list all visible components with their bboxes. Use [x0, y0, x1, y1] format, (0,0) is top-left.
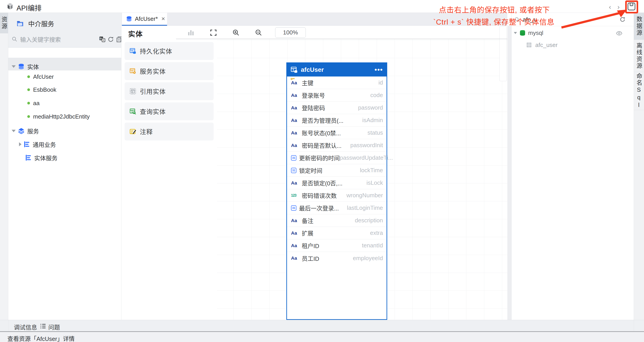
entity-status-dot: [27, 88, 30, 91]
service-flow-icon: [23, 141, 30, 148]
field-row[interactable]: 31 锁定时间 lockTime: [287, 164, 386, 177]
canvas-vertical-scrollbar[interactable]: [500, 26, 507, 81]
tree-item-entity-service[interactable]: 实体服务: [8, 153, 121, 162]
entity-node-afcuser[interactable]: afcUser ••• Aa 主键 id Aa 登录账号 code: [286, 62, 387, 320]
svg-text:文: 文: [102, 39, 105, 42]
text-type-icon: Aa: [291, 180, 299, 186]
rail-tab-named-sql[interactable]: 命名Sql: [634, 72, 644, 110]
palette-item-persistent-entity[interactable]: 持久化实体: [124, 42, 214, 60]
zoom-out-icon[interactable]: [255, 29, 262, 36]
field-row[interactable]: Aa 扩展 extra: [287, 227, 386, 239]
tree-item-mediahttp2jdbcentity[interactable]: mediaHttp2JdbcEntity: [8, 112, 121, 122]
fullscreen-icon[interactable]: [210, 29, 217, 36]
field-row[interactable]: 31 最后一次登录... lastLoginTime: [287, 202, 386, 214]
folder-icon: [16, 20, 24, 28]
text-type-icon: Aa: [291, 230, 299, 236]
tree-item-esbbook[interactable]: EsbBook: [8, 85, 121, 94]
tab-label: AfcUser*: [135, 16, 158, 22]
sidebar-header: 中介服务 输入关键字搜索 En 文: [8, 13, 121, 48]
expand-arrow-icon[interactable]: [514, 32, 517, 34]
app-window: API编排 ‹ › 资源 中介服务: [0, 0, 644, 342]
entity-tab-icon: [126, 16, 132, 22]
date-type-icon: 31: [291, 168, 296, 173]
field-row[interactable]: Aa 员工ID employeeId: [287, 252, 386, 264]
datasource-connection-mysql[interactable]: mysql: [513, 28, 543, 38]
entity-status-dot: [27, 115, 30, 118]
rail-tab-resources[interactable]: 资源: [0, 13, 8, 33]
chart-icon[interactable]: [187, 29, 194, 36]
field-row[interactable]: 31 更新密码的时间 passwordUpdateTi...: [287, 152, 386, 164]
date-type-icon: 31: [291, 155, 296, 160]
table-search-icon: [130, 108, 136, 115]
layers-icon: [18, 128, 24, 134]
palette-item-reference-entity[interactable]: 引用实体: [124, 82, 214, 100]
tab-afcuser[interactable]: AfcUser* ×: [122, 13, 167, 26]
annotation-arrow: [555, 6, 628, 30]
tree-item-aa[interactable]: aa: [8, 98, 121, 108]
expand-arrow-icon[interactable]: [12, 65, 16, 68]
entity-status-dot: [27, 76, 30, 78]
field-row[interactable]: Aa 租户ID tenantId: [287, 239, 386, 252]
translate-icon[interactable]: En 文: [99, 36, 106, 43]
debug-info-tab[interactable]: 调试信息: [14, 323, 37, 331]
rail-divider: [8, 320, 8, 332]
collapsed-arrow-icon[interactable]: [19, 142, 22, 146]
table-dashed-icon: [130, 88, 136, 94]
palette-item-service-entity[interactable]: 服务实体: [124, 62, 214, 80]
text-type-icon: Aa: [291, 105, 299, 110]
field-row[interactable]: Aa 登录账号 code: [287, 89, 386, 102]
app-logo-icon: [6, 2, 14, 11]
mysql-database-icon: [519, 30, 526, 36]
field-row[interactable]: Aa 主键 id: [287, 76, 386, 89]
field-row[interactable]: Aa 密码是否默认... passwordInit: [287, 139, 386, 152]
field-row[interactable]: Aa 是否为管理员(... isAdmin: [287, 114, 386, 126]
entity-table-icon: [290, 66, 298, 73]
field-row[interactable]: Aa 账号状态(0禁... status: [287, 126, 386, 139]
entity-palette: 持久化实体 服务实体 引用实体: [122, 39, 217, 320]
datasource-panel: afc_u mysql afc_user: [511, 13, 634, 320]
table-grid-icon: [526, 42, 532, 48]
panel-resizer[interactable]: [507, 26, 511, 320]
tree-group-entities[interactable]: 实体: [8, 62, 121, 71]
number-type-icon: 123: [291, 194, 299, 198]
palette-item-query-entity[interactable]: 查询实体: [124, 102, 214, 120]
field-row[interactable]: 123 密码错误次数 wrongNumber: [287, 189, 386, 202]
field-row[interactable]: Aa 备注 description: [287, 214, 386, 227]
field-row[interactable]: Aa 登陆密码 password: [287, 102, 386, 114]
tree-group-services[interactable]: 服务: [8, 126, 121, 136]
tree-item-afcuser[interactable]: AfcUser: [8, 72, 121, 82]
tree-item-general-business[interactable]: 通用业务: [8, 139, 121, 149]
palette-item-comment[interactable]: 注释: [124, 122, 214, 140]
status-text: 查看资源「AfcUser」详情: [8, 334, 74, 342]
text-type-icon: Aa: [291, 243, 299, 248]
problems-list-icon: [40, 323, 46, 329]
sidebar-title: 中介服务: [28, 19, 54, 28]
tab-close-icon[interactable]: ×: [162, 15, 165, 22]
rail-tab-datasource[interactable]: 数据源: [634, 13, 644, 40]
text-type-icon: Aa: [291, 218, 299, 223]
zoom-in-icon[interactable]: [232, 29, 240, 36]
expand-arrow-icon[interactable]: [12, 130, 16, 132]
refresh-icon[interactable]: [107, 36, 114, 43]
field-row[interactable]: Aa 是否锁定(0否,... isLock: [287, 177, 386, 189]
eye-icon[interactable]: [616, 30, 622, 36]
rail-tab-offline-resources[interactable]: 离线资源: [634, 40, 644, 72]
zoom-level-input[interactable]: 100%: [275, 27, 306, 38]
entity-node-header[interactable]: afcUser •••: [287, 63, 386, 76]
search-placeholder: 输入关键字搜索: [20, 35, 61, 44]
problems-tab[interactable]: 问题: [48, 323, 60, 331]
table-gear-icon: [130, 68, 136, 74]
entity-field-list: Aa 主键 id Aa 登录账号 code Aa 登陆密码 password: [287, 76, 386, 264]
text-type-icon: Aa: [291, 143, 299, 148]
text-type-icon: Aa: [291, 256, 299, 261]
annotation-line2: `Ctrl + s` 快捷键, 保存整个实体信息: [433, 16, 554, 27]
service-title-row: 中介服务: [16, 17, 54, 30]
status-bar: 查看资源「AfcUser」详情: [0, 331, 644, 342]
primary-key-icon: Aa: [291, 80, 299, 86]
entity-status-dot: [27, 102, 30, 104]
datasource-table-afc-user[interactable]: afc_user: [526, 40, 558, 50]
search-icon: [12, 36, 18, 42]
service-flow-icon: [25, 154, 32, 161]
tree-group-label: 实体: [27, 62, 39, 71]
more-menu-icon[interactable]: •••: [374, 66, 383, 74]
